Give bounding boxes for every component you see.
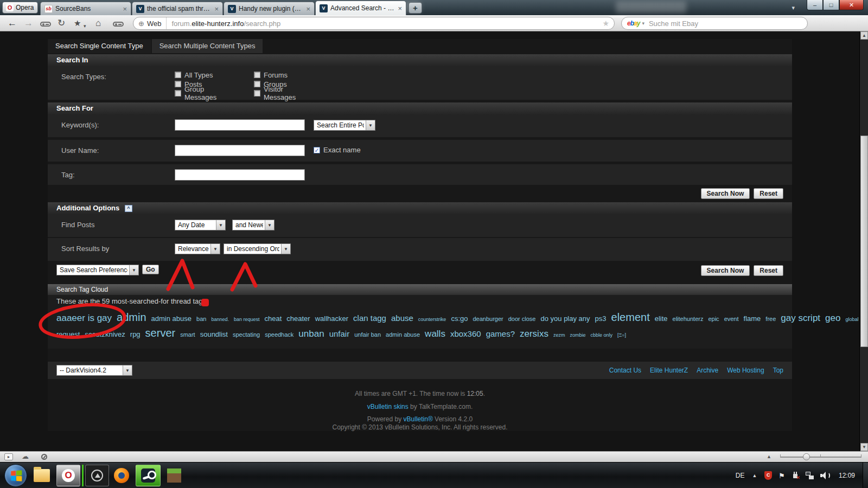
search-type-option[interactable]: Group Messages <box>175 89 238 98</box>
browser-tab[interactable]: VHandy new plugin (Nik...× <box>224 2 315 15</box>
tab-close-icon[interactable]: × <box>214 5 219 12</box>
tag-cloud-tag[interactable]: request <box>56 330 80 338</box>
keyword-scope-select[interactable]: Search Entire Posts ▼ <box>314 120 375 131</box>
tag-cloud-tag[interactable]: unban <box>298 329 324 339</box>
tag-cloud-tag[interactable]: spectating <box>233 331 260 338</box>
order-select[interactable]: in Descending Order ▼ <box>224 243 291 254</box>
tag-cloud-tag[interactable]: deanburger <box>473 316 503 322</box>
tag-input[interactable] <box>175 169 305 181</box>
favorite-star-icon[interactable]: ★ <box>602 19 614 28</box>
tag-cloud-tag[interactable]: unfair <box>329 329 350 338</box>
tag-cloud-tag[interactable]: element <box>611 311 650 323</box>
vbulletin-skins-link[interactable]: vBulletin skins <box>367 403 409 410</box>
checkbox[interactable] <box>254 72 260 78</box>
tag-cloud-tag[interactable]: cbble only <box>590 332 612 338</box>
browser-tab[interactable]: Vthe official spam threa...× <box>132 2 223 15</box>
tag-cloud-tag[interactable]: admin abuse <box>386 331 420 338</box>
opera-turbo-icon[interactable] <box>41 454 47 460</box>
footer-link[interactable]: Top <box>773 367 783 374</box>
home-icon[interactable]: ⌂ <box>95 17 101 29</box>
panels-toggle-icon[interactable]: ▸ <box>4 453 13 460</box>
footer-link[interactable]: Elite HunterZ <box>650 367 688 374</box>
checkbox[interactable] <box>175 90 181 97</box>
vertical-scrollbar[interactable]: ▲ ▼ <box>859 31 868 451</box>
steam-taskbar-button[interactable] <box>136 465 161 486</box>
tag-cloud-tag[interactable]: scoutzknivez <box>85 330 125 338</box>
zoom-slider-knob[interactable] <box>803 453 810 460</box>
taskbar-clock[interactable]: 12:09 <box>839 472 855 479</box>
search-type-option[interactable]: All Types <box>175 70 238 79</box>
sort-select[interactable]: Relevance ▼ <box>175 243 220 254</box>
tag-cloud-tag[interactable]: door close <box>508 316 536 322</box>
forward-icon[interactable]: → <box>24 17 33 29</box>
maximize-button[interactable]: □ <box>823 0 839 10</box>
opera-menu-button[interactable]: O Opera <box>2 2 38 14</box>
antivirus-shield-icon[interactable]: C <box>764 471 772 480</box>
newer-select[interactable]: and Newer ▼ <box>232 220 275 230</box>
tag-cloud-tag[interactable]: abuse <box>391 313 413 323</box>
tab-close-icon[interactable]: × <box>306 5 310 12</box>
tag-cloud-tag[interactable]: zombie <box>570 332 585 338</box>
close-button[interactable]: ✕ <box>839 0 864 10</box>
footer-link[interactable]: Archive <box>697 367 718 374</box>
back-icon[interactable]: ← <box>8 17 17 29</box>
checkbox[interactable] <box>254 81 260 87</box>
browser-tab[interactable]: sbSourceBans× <box>40 2 131 15</box>
tag-cloud-tag[interactable]: soundlist <box>200 330 228 338</box>
rewind-icon[interactable] <box>40 22 51 27</box>
speaker-icon[interactable] <box>820 472 830 479</box>
opera-link-cloud-icon[interactable]: ☁ <box>22 452 29 460</box>
minimize-button[interactable]: – <box>807 0 823 10</box>
tab-overflow-chevron-icon[interactable]: ▾ <box>792 4 795 11</box>
scroll-up-icon[interactable]: ▲ <box>860 31 868 40</box>
date-select[interactable]: Any Date ▼ <box>175 220 226 230</box>
tag-cloud-tag[interactable]: elitehunterz <box>673 316 704 322</box>
tab-close-icon[interactable]: × <box>398 5 402 12</box>
tag-cloud-tag[interactable]: rpg <box>130 330 141 338</box>
url-text[interactable]: forum.elite-hunterz.info/search.php <box>167 20 280 28</box>
new-tab-button[interactable]: + <box>409 2 422 14</box>
tag-cloud-tag[interactable]: smart <box>180 331 195 338</box>
tag-cloud-tag[interactable]: counterstrike <box>418 317 446 322</box>
footer-link[interactable]: Contact Us <box>609 367 641 374</box>
media-player-taskbar-button[interactable] <box>85 465 109 486</box>
statusbar-expand-icon[interactable]: ▲ <box>767 454 771 459</box>
tag-cloud-tag[interactable]: elite <box>655 314 668 323</box>
tag-cloud-tag[interactable]: server <box>145 327 176 339</box>
tag-cloud-tag[interactable]: epic <box>708 316 719 322</box>
tag-cloud-tag[interactable]: geo <box>825 313 840 323</box>
explorer-icon[interactable] <box>34 469 50 482</box>
tag-cloud-tag[interactable]: flame <box>744 314 761 323</box>
reload-icon[interactable]: ↻ <box>58 17 65 29</box>
tag-cloud-tag[interactable]: [Ξ=] <box>617 332 626 338</box>
tag-cloud-tag[interactable]: speedhack <box>265 331 293 338</box>
tag-cloud-tag[interactable]: walls <box>425 329 445 339</box>
zoom-slider[interactable] <box>780 453 861 461</box>
browser-tab[interactable]: VAdvanced Search - Elit...× <box>315 1 406 15</box>
tag-cloud-tag[interactable]: xbox360 <box>450 329 481 338</box>
tag-cloud-tag[interactable]: clan tagg <box>353 313 386 323</box>
search-type-option[interactable]: Forums <box>254 70 317 79</box>
tag-cloud-tag[interactable]: do you play any <box>541 314 590 323</box>
tag-cloud-tag[interactable]: admin <box>117 311 146 323</box>
tag-cloud-tag[interactable]: unfair ban <box>354 331 381 338</box>
username-input[interactable] <box>175 145 305 156</box>
content-tab[interactable]: Search Single Content Type <box>48 39 151 53</box>
checkbox[interactable] <box>175 81 181 87</box>
keyboard-language[interactable]: DE <box>736 472 745 479</box>
skin-chooser-select[interactable]: -- DarkVision4.2 ▼ <box>56 365 132 376</box>
footer-link[interactable]: Web Hosting <box>727 367 764 374</box>
checkbox[interactable] <box>254 90 260 97</box>
tag-cloud-tag[interactable]: zezm <box>553 332 565 338</box>
network-icon[interactable] <box>806 472 814 479</box>
tab-close-icon[interactable]: × <box>123 5 127 12</box>
minecraft-icon[interactable] <box>167 468 181 483</box>
exact-name-checkbox[interactable]: ✓ <box>314 147 320 153</box>
tag-cloud-tag[interactable]: cs:go <box>451 314 468 323</box>
keyword-input[interactable] <box>175 119 305 131</box>
search-type-option[interactable]: Visitor Messages <box>254 89 317 98</box>
tag-cloud-tag[interactable]: event <box>724 316 739 322</box>
tag-cloud-tag[interactable]: ban <box>196 316 206 322</box>
go-button[interactable]: Go <box>142 265 159 274</box>
content-tab[interactable]: Search Multiple Content Types <box>152 39 263 53</box>
